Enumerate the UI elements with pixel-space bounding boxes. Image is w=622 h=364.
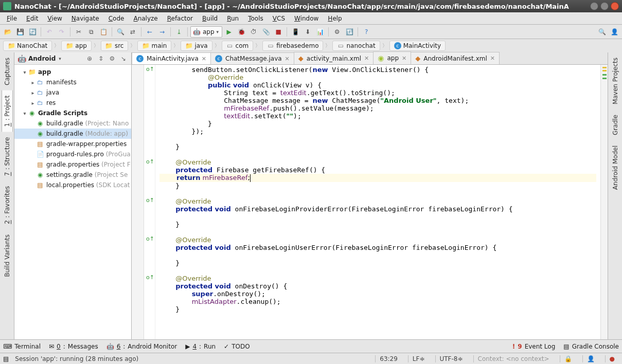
breadcrumb-src[interactable]: 📁src [101,41,129,51]
menu-refactor[interactable]: Refactor [163,14,198,23]
editor-tab[interactable]: ◆activity_main.xml✕ [294,52,374,64]
debug-icon[interactable]: 🐞 [236,26,247,38]
redo-icon[interactable]: ↷ [56,26,67,38]
menu-file[interactable]: File [2,14,22,23]
override-marker-icon[interactable]: o↑ [146,158,154,165]
minimize-button[interactable] [590,2,598,10]
close-tab-icon[interactable]: ✕ [402,55,406,62]
tool-window-android-monitor[interactable]: 🤖6: Android Monitor [106,343,177,350]
tree-node[interactable]: ▤local.properties (SDK Locat [14,180,131,190]
close-tab-icon[interactable]: ✕ [285,56,290,62]
menu-analyze[interactable]: Analyze [129,14,162,23]
sync-gradle-icon[interactable]: 🔃 [344,26,355,38]
breadcrumb-java[interactable]: 📁java [181,41,212,51]
tree-node[interactable]: ▸🗀res [14,98,131,108]
error-indicator-icon[interactable]: ● [605,355,619,362]
tool-window-todo[interactable]: ✓TODO [224,343,250,350]
close-tab-icon[interactable]: ✕ [202,56,206,62]
breadcrumb-app[interactable]: 📁app [61,41,92,51]
context-info[interactable]: Context: <no context> [473,355,554,362]
save-icon[interactable]: 💾 [14,26,26,38]
tree-node[interactable]: ▸🗀java [14,87,131,98]
user-icon[interactable]: 👤 [609,26,620,38]
breadcrumb-firebasedemo[interactable]: ▭firebasedemo [262,41,323,51]
paste-icon[interactable]: 📋 [98,26,109,38]
breadcrumb-mainactivity[interactable]: cMainActivity [389,41,446,51]
collapse-all-icon[interactable]: ⇕ [96,54,105,63]
status-icon[interactable]: ▤ [3,355,9,362]
tree-node[interactable]: 📄proguard-rules.pro (ProGua [14,149,131,159]
overview-ruler[interactable] [600,65,608,339]
tree-node[interactable]: ▤gradle-wrapper.properties [14,139,131,149]
menu-build[interactable]: Build [198,14,222,23]
expand-icon[interactable]: ▸ [30,100,36,106]
expand-icon[interactable]: ▾ [22,69,28,75]
editor-gutter[interactable] [132,65,144,339]
lock-icon[interactable]: 🔒 [560,355,576,362]
tool-window-event-log[interactable]: !9 Event Log [512,343,555,350]
tool-window-gradle[interactable]: Gradle [610,110,620,140]
override-marker-icon[interactable]: o↑ [146,66,154,72]
override-marker-icon[interactable]: o↑ [146,274,154,281]
avd-icon[interactable]: 📱 [290,26,301,38]
tree-node[interactable]: ◉build.gradle (Module: app) [14,129,131,139]
menu-window[interactable]: Window [290,14,323,23]
close-button[interactable] [611,2,619,10]
tree-node[interactable]: ▸🗀manifests [14,77,131,87]
menu-help[interactable]: Help [323,14,346,23]
editor-tab[interactable]: cMainActivity.java✕ [132,52,211,64]
menu-code[interactable]: Code [104,14,129,23]
sync-icon[interactable]: 🔄 [27,26,38,38]
hector-icon[interactable]: 👤 [582,355,599,362]
help-icon[interactable]: ? [361,26,372,38]
find-icon[interactable]: 🔍 [115,26,126,38]
tree-node[interactable]: ◉build.gradle (Project: Nano [14,118,131,129]
sdk-icon[interactable]: ⬇ [302,26,313,38]
tool-window-captures[interactable]: Captures [2,52,12,90]
cursor-position[interactable]: 63:29 [375,355,402,362]
breadcrumb-nanochat[interactable]: ▭nanochat [332,41,380,51]
tool-window-terminal[interactable]: ⌨Terminal [3,343,41,350]
close-tab-icon[interactable]: ✕ [364,55,369,62]
menu-view[interactable]: View [43,14,66,23]
code-editor[interactable]: sendButton.setOnClickListener(new View.O… [155,65,600,339]
breadcrumb-main[interactable]: 📁main [137,41,171,51]
settings-icon[interactable]: ⚙ [108,54,117,63]
project-structure-icon[interactable]: ⚙ [331,26,343,38]
cut-icon[interactable]: ✂ [73,26,84,38]
tool-window-favorites[interactable]: 2: Favorites [2,181,12,229]
open-icon[interactable]: 📂 [2,26,13,38]
tree-node[interactable]: ▾◉Gradle Scripts [14,108,131,118]
close-tab-icon[interactable]: ✕ [490,55,495,62]
tree-node[interactable]: ▤gradle.properties (Project F [14,159,131,170]
project-view-selector[interactable]: Android [28,55,56,62]
forward-icon[interactable]: → [156,26,168,38]
editor-tab[interactable]: ◆AndroidManifest.xml✕ [411,52,500,64]
tool-window-gradle-console[interactable]: ▤Gradle Console [563,343,619,350]
run-configuration-combo[interactable]: 🤖 app ▾ [190,26,222,38]
tool-window-build-variants[interactable]: Build Variants [2,229,12,282]
breadcrumb-nanochat[interactable]: 📁NanoChat [3,41,52,51]
back-icon[interactable]: ← [144,26,155,38]
override-marker-icon[interactable]: o↑ [146,235,154,242]
editor-tab[interactable]: cChatMessage.java✕ [210,52,294,64]
editor-icon-gutter[interactable]: o↑ o↑ o↑ o↑ o↑ [144,65,155,339]
menu-navigate[interactable]: Navigate [67,14,104,23]
override-marker-icon[interactable]: o↑ [146,197,154,204]
menu-edit[interactable]: Edit [22,14,43,23]
run-icon[interactable]: ▶ [223,26,235,38]
tool-window-android-model[interactable]: Android Model [610,140,620,195]
hide-icon[interactable]: ↘ [119,54,128,63]
replace-icon[interactable]: ⇄ [127,26,138,38]
file-encoding[interactable]: UTF-8≑ [435,355,467,362]
tool-window-structure[interactable]: 7: Structure [2,132,12,181]
undo-icon[interactable]: ↶ [44,26,55,38]
tree-node[interactable]: ◉settings.gradle (Project Se [14,170,131,180]
tool-window-maven-projects[interactable]: Maven Projects [610,52,620,110]
make-icon[interactable]: ⤓ [173,26,185,38]
menu-run[interactable]: Run [222,14,243,23]
attach-icon[interactable]: 📎 [260,26,272,38]
profile-icon[interactable]: ⏱ [248,26,259,38]
stop-icon[interactable]: ■ [273,26,284,38]
line-separator[interactable]: LF≑ [408,355,429,362]
